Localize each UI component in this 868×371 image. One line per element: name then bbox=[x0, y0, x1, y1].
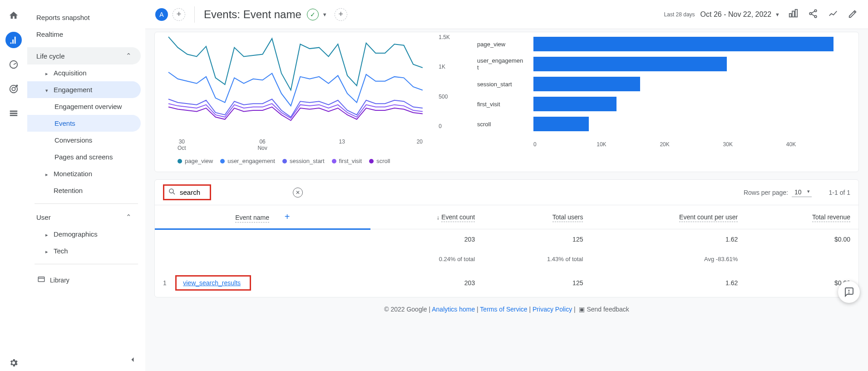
bar-label: user_engagement bbox=[477, 57, 527, 71]
bar-x-tick: 10K bbox=[597, 141, 660, 148]
target-icon[interactable] bbox=[5, 81, 22, 97]
date-range-picker[interactable]: Last 28 days Oct 26 - Nov 22, 2022 ▼ bbox=[664, 10, 780, 19]
insights-icon[interactable] bbox=[828, 9, 838, 20]
icon-rail bbox=[0, 0, 27, 371]
nav-retention[interactable]: Retention bbox=[27, 182, 141, 199]
total-count-sub: 0.24% of total bbox=[370, 249, 483, 269]
nav-conversions[interactable]: Conversions bbox=[27, 132, 141, 148]
share-icon[interactable] bbox=[808, 9, 818, 20]
total-per-user: 1.62 bbox=[591, 229, 746, 250]
chevron-up-icon: ⌃ bbox=[126, 213, 132, 221]
top-bar: A + Events: Event name ✓ ▼ + Last 28 day… bbox=[145, 0, 868, 29]
total-users: 125 bbox=[483, 229, 591, 250]
row-users: 125 bbox=[483, 269, 591, 297]
add-comparison-button[interactable]: + bbox=[335, 8, 347, 21]
footer-copy: © 2022 Google bbox=[384, 306, 427, 313]
date-range-label: Last 28 days bbox=[664, 11, 695, 18]
nav-monetization[interactable]: ▸Monetization bbox=[27, 165, 141, 182]
title-dropdown-icon[interactable]: ▼ bbox=[322, 12, 327, 17]
chart-row: 1.5K 1K 500 0 30Oct06Nov1320 page_viewus… bbox=[154, 32, 859, 172]
footer-link-tos[interactable]: Terms of Service bbox=[480, 306, 527, 313]
legend-item[interactable]: first_visit bbox=[332, 158, 362, 164]
footer-link-home[interactable]: Analytics home bbox=[432, 306, 475, 313]
y-tick: 0 bbox=[439, 123, 450, 129]
nav-realtime[interactable]: Realtime bbox=[27, 26, 141, 43]
bar-label: page_view bbox=[477, 41, 527, 48]
row-per-user: 1.62 bbox=[591, 269, 746, 297]
legend-item[interactable]: scroll bbox=[369, 158, 390, 164]
add-dimension-button[interactable]: + bbox=[285, 212, 290, 222]
bar-x-tick: 40K bbox=[786, 141, 849, 148]
col-total-revenue[interactable]: Total revenue bbox=[812, 213, 850, 222]
svg-rect-4 bbox=[789, 14, 792, 17]
sidebar: Reports snapshot Realtime Life cycle ⌃ ▸… bbox=[27, 0, 145, 371]
legend-item[interactable]: page_view bbox=[178, 158, 213, 164]
footer-link-privacy[interactable]: Privacy Policy bbox=[533, 306, 572, 313]
edit-icon[interactable] bbox=[848, 9, 858, 20]
col-event-count[interactable]: Event count bbox=[441, 213, 475, 222]
nav-engagement-overview[interactable]: Engagement overview bbox=[27, 98, 141, 115]
collapse-sidebar-button[interactable] bbox=[128, 355, 137, 366]
bar-x-tick: 0 bbox=[533, 141, 597, 148]
nav-group-lifecycle[interactable]: Life cycle ⌃ bbox=[27, 47, 141, 64]
svg-point-10 bbox=[169, 189, 173, 193]
table-search-input[interactable] bbox=[180, 188, 206, 196]
footer: © 2022 Google | Analytics home | Terms o… bbox=[154, 297, 859, 321]
svg-rect-6 bbox=[795, 10, 798, 17]
col-event-name[interactable]: Event name bbox=[235, 214, 269, 223]
svg-point-12 bbox=[849, 293, 849, 293]
event-link[interactable]: view_search_results bbox=[183, 279, 241, 287]
nav-reports-snapshot[interactable]: Reports snapshot bbox=[27, 9, 141, 26]
date-range-value: Oct 26 - Nov 22, 2022 bbox=[700, 10, 772, 19]
page-title: Events: Event name bbox=[204, 8, 301, 21]
customize-icon[interactable] bbox=[788, 9, 798, 20]
explore-icon[interactable] bbox=[5, 56, 22, 73]
bar-x-tick: 20K bbox=[660, 141, 723, 148]
bar-row: scroll bbox=[477, 114, 849, 134]
bar-label: session_start bbox=[477, 81, 527, 88]
bar-x-tick: 30K bbox=[723, 141, 786, 148]
nav-events[interactable]: Events bbox=[27, 115, 141, 132]
nav-demographics[interactable]: ▸Demographics bbox=[27, 226, 141, 242]
y-tick: 500 bbox=[439, 94, 450, 100]
nav-acquisition[interactable]: ▸Acquisition bbox=[27, 64, 141, 81]
settings-icon[interactable] bbox=[5, 355, 22, 371]
events-table: ✕ Rows per page: 10 1-1 of 1 Event name … bbox=[154, 179, 859, 297]
nav-pages-screens[interactable]: Pages and screens bbox=[27, 148, 141, 165]
search-icon bbox=[168, 188, 176, 197]
main: A + Events: Event name ✓ ▼ + Last 28 day… bbox=[145, 0, 868, 371]
table-search-highlight bbox=[163, 184, 211, 200]
nav-library[interactable]: Library bbox=[27, 269, 145, 291]
reports-icon[interactable] bbox=[5, 32, 22, 48]
feedback-fab[interactable] bbox=[838, 281, 860, 303]
total-users-sub: 1.43% of total bbox=[483, 249, 591, 269]
nav-tech[interactable]: ▸Tech bbox=[27, 242, 141, 259]
nav-group-user[interactable]: User ⌃ bbox=[27, 208, 141, 226]
col-count-per-user[interactable]: Event count per user bbox=[679, 213, 738, 222]
add-segment-button[interactable]: + bbox=[173, 8, 185, 21]
segment-a-pill[interactable]: A bbox=[155, 8, 168, 21]
line-chart: 1.5K 1K 500 0 30Oct06Nov1320 page_viewus… bbox=[164, 34, 450, 164]
x-tick: 30Oct bbox=[178, 139, 186, 151]
svg-rect-5 bbox=[792, 11, 794, 17]
clear-search-button[interactable]: ✕ bbox=[293, 188, 303, 198]
nav-group-user-label: User bbox=[36, 213, 51, 221]
home-icon[interactable] bbox=[5, 7, 22, 24]
sort-desc-icon[interactable]: ↓ bbox=[437, 214, 440, 221]
total-revenue: $0.00 bbox=[746, 229, 858, 250]
nav-engagement[interactable]: ▾Engagement bbox=[27, 81, 141, 98]
svg-point-2 bbox=[12, 87, 15, 90]
footer-feedback-link[interactable]: Send feedback bbox=[587, 306, 629, 313]
feedback-icon: ▣ bbox=[579, 306, 585, 313]
bar-row: user_engagement bbox=[477, 54, 849, 74]
verified-check-icon[interactable]: ✓ bbox=[307, 9, 319, 20]
total-count: 203 bbox=[370, 229, 483, 250]
y-tick: 1K bbox=[439, 64, 450, 70]
col-total-users[interactable]: Total users bbox=[552, 213, 583, 222]
table-icon[interactable] bbox=[5, 105, 22, 122]
chevron-up-icon: ⌃ bbox=[126, 52, 132, 60]
legend-item[interactable]: session_start bbox=[282, 158, 325, 164]
legend-item[interactable]: user_engagement bbox=[220, 158, 275, 164]
nav-group-lifecycle-label: Life cycle bbox=[36, 52, 65, 60]
rows-per-page-select[interactable]: 10 bbox=[792, 188, 812, 197]
